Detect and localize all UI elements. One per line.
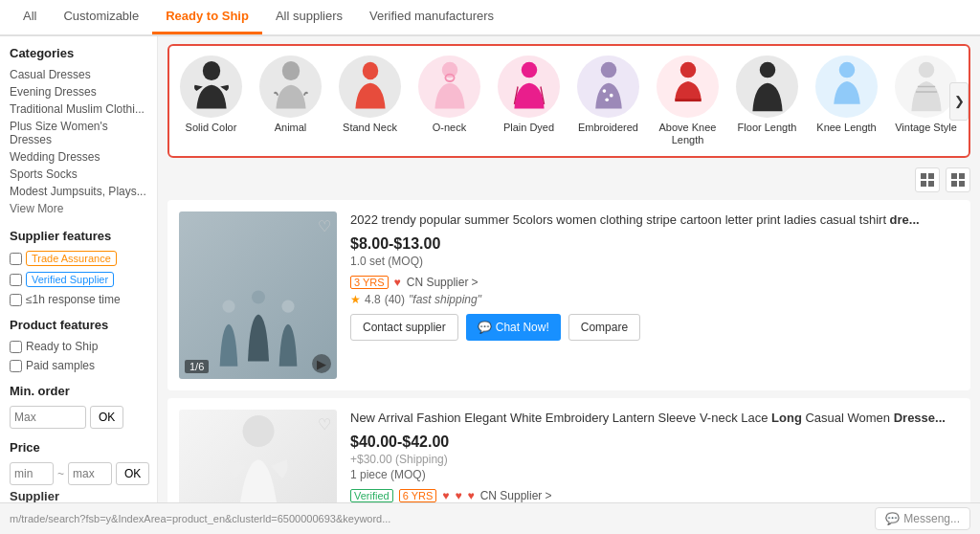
svg-rect-24 <box>951 173 957 179</box>
category-label-above-knee: Above Knee Length <box>652 122 724 146</box>
trade-assurance-checkbox[interactable] <box>10 253 22 265</box>
product-moq-0: 1.0 set (MOQ) <box>350 255 959 268</box>
category-label-embroidered: Embroidered <box>578 122 638 134</box>
sidebar-category-0[interactable]: Casual Dresses <box>10 68 147 81</box>
svg-point-13 <box>759 62 775 78</box>
svg-point-1 <box>281 61 299 80</box>
svg-point-4 <box>441 62 457 78</box>
min-order-input[interactable] <box>10 406 86 429</box>
sidebar: Categories Casual Dresses Evening Dresse… <box>0 36 158 534</box>
category-o-neck[interactable]: O-neck <box>413 56 485 146</box>
product-favorite-1[interactable]: ♡ <box>318 415 331 434</box>
sidebar-category-6[interactable]: Modest Jumpsuits, Plays... <box>10 185 147 198</box>
grid-view-button[interactable] <box>915 167 940 192</box>
verified-badge-1: Verified <box>350 489 393 502</box>
sidebar-category-1[interactable]: Evening Dresses <box>10 85 147 99</box>
paid-samples-label: Paid samples <box>26 359 95 372</box>
chat-now-button-0[interactable]: 💬 Chat Now! <box>466 314 561 341</box>
sidebar-category-5[interactable]: Sports Socks <box>10 167 147 181</box>
svg-rect-20 <box>921 173 926 179</box>
svg-point-28 <box>222 300 234 313</box>
price-max-input[interactable] <box>68 462 112 485</box>
stars-icon-0: ★ <box>350 293 361 306</box>
category-label-solid-color: Solid Color <box>186 122 237 134</box>
heart-red-icon-1b: ♥ <box>455 489 461 502</box>
svg-point-30 <box>281 300 294 313</box>
response-time-filter: ≤1h response time <box>10 293 147 306</box>
tab-verified-manufacturers[interactable]: Verified manufacturers <box>356 0 507 34</box>
category-stand-neck[interactable]: Stand Neck <box>334 56 406 146</box>
product-moq-1: 1 piece (MOQ) <box>350 468 959 481</box>
category-label-stand-neck: Stand Neck <box>343 122 397 134</box>
svg-point-14 <box>838 62 855 78</box>
ready-to-ship-checkbox[interactable] <box>10 341 22 353</box>
product-title-1[interactable]: New Arrival Fashion Elegant White Embroi… <box>350 410 959 427</box>
view-more-link[interactable]: View More <box>10 202 147 215</box>
svg-point-10 <box>605 98 609 101</box>
price-separator: ~ <box>57 467 64 480</box>
supplier-chevron-1: > <box>545 489 551 502</box>
svg-rect-12 <box>675 99 702 101</box>
category-scroll: Solid Color Animal <box>175 56 963 146</box>
svg-point-15 <box>918 62 934 78</box>
product-shipping-1: +$30.00 (Shipping) <box>350 453 959 466</box>
price-min-input[interactable] <box>10 462 54 485</box>
category-label-floor-length: Floor Length <box>738 122 797 134</box>
product-price-0: $8.00-$13.00 <box>350 235 959 253</box>
product-title-0[interactable]: 2022 trendy popular summer 5colors women… <box>350 211 959 229</box>
category-label-animal: Animal <box>275 122 307 134</box>
product-price-1: $40.00-$42.00 <box>350 434 959 451</box>
price-title: Price <box>10 440 147 455</box>
response-time-label: ≤1h response time <box>26 293 121 306</box>
category-label-plain-dyed: Plain Dyed <box>503 122 554 134</box>
category-knee-length[interactable]: Knee Length <box>811 56 882 146</box>
rating-row-0: ★ 4.8 (40) "fast shipping" <box>350 293 959 306</box>
category-label-vintage: Vintage Style <box>895 122 957 134</box>
messenger-icon: 💬 <box>885 512 900 525</box>
list-view-button[interactable] <box>946 167 970 192</box>
action-row-0: Contact supplier 💬 Chat Now! Compare <box>350 314 959 341</box>
min-order-ok-button[interactable]: OK <box>90 406 123 429</box>
sidebar-category-4[interactable]: Wedding Dresses <box>10 150 147 164</box>
product-features-title: Product features <box>10 318 147 332</box>
compare-button-0[interactable]: Compare <box>568 314 640 341</box>
bottom-bar: m/trade/search?fsb=y&IndexArea=product_e… <box>0 502 980 534</box>
sidebar-category-2[interactable]: Traditional Muslim Clothi... <box>10 102 147 116</box>
messenger-button[interactable]: 💬 Messeng... <box>875 507 970 530</box>
sidebar-category-3[interactable]: Plus Size Women's Dresses <box>10 120 147 146</box>
category-next-arrow[interactable]: ❯ <box>949 82 969 121</box>
min-order-title: Min. order <box>10 384 147 398</box>
tab-all[interactable]: All <box>10 0 50 34</box>
paid-samples-checkbox[interactable] <box>10 360 22 372</box>
main-content: Solid Color Animal <box>158 36 980 534</box>
url-bar: m/trade/search?fsb=y&IndexArea=product_e… <box>10 513 390 524</box>
product-image-0[interactable]: 1/6 ▶ ♡ <box>179 211 337 379</box>
tab-ready-to-ship[interactable]: Ready to Ship <box>152 0 262 34</box>
tab-customizable[interactable]: Customizable <box>50 0 152 34</box>
ready-to-ship-label: Ready to Ship <box>26 340 98 353</box>
supplier-type-1[interactable]: CN Supplier > <box>480 489 552 502</box>
tab-all-suppliers[interactable]: All suppliers <box>262 0 356 34</box>
category-embroidered[interactable]: Embroidered <box>572 56 644 146</box>
category-animal[interactable]: Animal <box>255 56 326 146</box>
contact-supplier-button-0[interactable]: Contact supplier <box>350 314 458 341</box>
verified-supplier-checkbox[interactable] <box>10 274 22 286</box>
svg-rect-25 <box>959 173 965 179</box>
response-time-checkbox[interactable] <box>10 294 22 306</box>
product-favorite-0[interactable]: ♡ <box>318 217 331 235</box>
supplier-features-title: Supplier features <box>10 229 147 243</box>
category-floor-length[interactable]: Floor Length <box>731 56 803 146</box>
svg-rect-23 <box>928 181 934 187</box>
trade-assurance-badge: Trade Assurance <box>26 251 117 266</box>
category-solid-color[interactable]: Solid Color <box>175 56 247 146</box>
category-label-knee-length: Knee Length <box>816 122 876 134</box>
product-info-0: 2022 trendy popular summer 5colors women… <box>350 211 959 379</box>
price-ok-button[interactable]: OK <box>116 462 149 485</box>
category-plain-dyed[interactable]: Plain Dyed <box>493 56 565 146</box>
messenger-label: Messeng... <box>903 512 960 525</box>
category-above-knee[interactable]: Above Knee Length <box>652 56 724 146</box>
supplier-row-0: 3 YRS ♥ CN Supplier > <box>350 276 959 289</box>
supplier-type-0[interactable]: CN Supplier > <box>407 276 479 289</box>
min-order-row: OK <box>10 406 147 429</box>
categories-title: Categories <box>10 46 147 60</box>
